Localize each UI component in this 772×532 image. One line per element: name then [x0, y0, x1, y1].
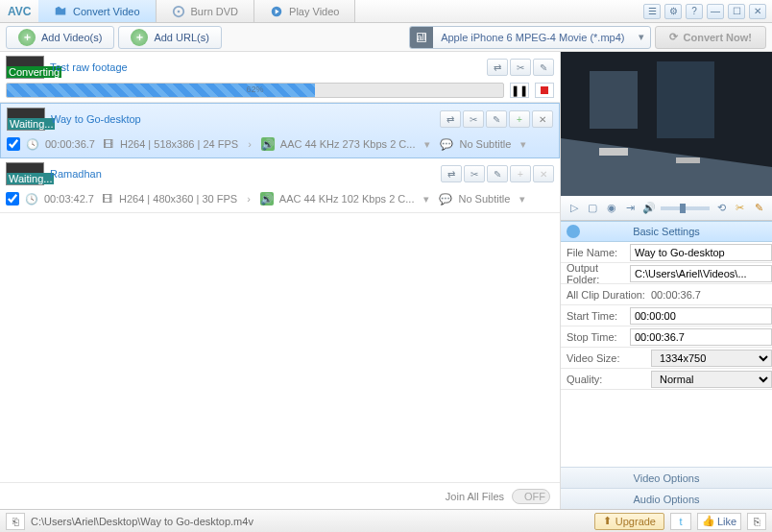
refresh-icon: ⟳: [669, 31, 678, 43]
audio-options-toggle[interactable]: Audio Options: [561, 488, 772, 509]
chevron-down-icon[interactable]: ▾: [420, 193, 433, 206]
file-item[interactable]: Waiting... Ramadhan ⇄ ✂ ✎ + ✕ 🕓 00:03:42…: [0, 158, 560, 213]
remove-icon[interactable]: ✕: [533, 165, 554, 182]
stoptime-label: Stop Time:: [561, 331, 626, 343]
cut-icon[interactable]: ✂: [510, 59, 531, 76]
film-icon: 🎞: [100, 192, 113, 206]
tab-convert[interactable]: Convert Video: [38, 0, 157, 22]
tab-label: Burn DVD: [191, 6, 239, 17]
add-urls-button[interactable]: ＋ Add URL(s): [118, 26, 221, 49]
pause-button[interactable]: ❚❚: [510, 83, 529, 98]
video-preview[interactable]: [561, 52, 772, 196]
menu-icon[interactable]: ☰: [643, 4, 661, 19]
stoptime-input[interactable]: [630, 328, 772, 346]
item-checkbox[interactable]: [6, 192, 19, 206]
join-files-row: Join All Files OFF: [0, 482, 560, 509]
item-checkbox[interactable]: [7, 137, 20, 151]
add-icon[interactable]: +: [509, 110, 530, 128]
close-icon[interactable]: ✕: [749, 4, 766, 19]
rotate-icon[interactable]: ⟲: [713, 200, 729, 217]
output-profile-select[interactable]: all Apple iPhone 6 MPEG-4 Movie (*.mp4) …: [409, 26, 650, 49]
duration-value: 00:00:36.7: [647, 289, 772, 301]
quality-select[interactable]: Normal: [651, 371, 772, 388]
wand-icon[interactable]: ✎: [487, 165, 508, 182]
item-title[interactable]: Ramadhan: [50, 168, 435, 180]
stop-button[interactable]: [535, 83, 554, 98]
swap-icon[interactable]: ⇄: [440, 110, 461, 128]
volume-slider[interactable]: [661, 206, 711, 210]
video-info: H264 | 518x386 | 24 FPS: [120, 138, 238, 150]
button-label: Convert Now!: [684, 32, 753, 43]
cut-icon[interactable]: ✂: [463, 110, 484, 128]
file-item[interactable]: Waiting... Way to Go-desktop ⇄ ✂ ✎ + ✕ 🕓…: [0, 103, 560, 158]
videosize-label: Video Size:: [561, 352, 647, 364]
outputfolder-input[interactable]: [630, 265, 772, 282]
prev-button[interactable]: ⎗: [6, 513, 25, 530]
chevron-down-icon[interactable]: ▾: [516, 193, 529, 206]
videosize-select[interactable]: 1334x750: [651, 350, 772, 367]
chevron-right-icon[interactable]: ›: [244, 138, 255, 150]
starttime-input[interactable]: [630, 307, 772, 325]
svg-text:all: all: [417, 31, 426, 41]
play-icon[interactable]: ▷: [567, 200, 582, 217]
add-videos-button[interactable]: ＋ Add Video(s): [6, 26, 114, 49]
add-icon[interactable]: +: [510, 165, 531, 182]
item-title[interactable]: Way to Go-desktop: [51, 113, 434, 125]
file-item[interactable]: Converting Test raw footage ⇄ ✂ ✎ 62% ❚❚: [0, 52, 560, 103]
twitter-button[interactable]: t: [670, 513, 691, 530]
filename-input[interactable]: [630, 244, 772, 261]
profile-label: Apple iPhone 6 MPEG-4 Movie (*.mp4): [433, 32, 632, 43]
toolbar: ＋ Add Video(s) ＋ Add URL(s) all Apple iP…: [0, 23, 772, 52]
tab-burn[interactable]: Burn DVD: [157, 0, 255, 22]
next-button[interactable]: ⎘: [747, 513, 766, 530]
join-toggle[interactable]: OFF: [512, 489, 550, 504]
upgrade-button[interactable]: ⬆ Upgrade: [594, 513, 664, 530]
video-info: H264 | 480x360 | 30 FPS: [119, 193, 237, 205]
gear-icon[interactable]: ⚙: [664, 4, 682, 19]
maximize-icon[interactable]: ☐: [728, 4, 745, 19]
video-options-toggle[interactable]: Video Options: [561, 467, 772, 488]
svg-point-1: [177, 10, 180, 12]
disc-icon: [172, 5, 185, 18]
cut-icon[interactable]: ✂: [464, 165, 485, 182]
wand-icon[interactable]: ✎: [533, 59, 554, 76]
remove-icon[interactable]: ✕: [532, 110, 553, 128]
in-icon[interactable]: ⇥: [623, 200, 639, 217]
chevron-right-icon[interactable]: ›: [243, 193, 254, 205]
preview-controls: ▷ ▢ ◉ ⇥ 🔊 ⟲ ✂ ✎: [561, 196, 772, 221]
add-video-icon: ＋: [18, 29, 36, 46]
like-button[interactable]: 👍Like: [697, 513, 741, 530]
add-url-icon: ＋: [131, 29, 148, 46]
tab-label: Play Video: [289, 6, 339, 17]
progress-percent: 62%: [246, 85, 263, 94]
statusbar: ⎗ C:\Users\Ariel\Desktop\Way to Go-deskt…: [0, 509, 772, 532]
swap-icon[interactable]: ⇄: [441, 165, 462, 182]
profile-icon: all: [410, 26, 433, 49]
chevron-down-icon[interactable]: ▾: [517, 138, 530, 151]
file-list: Converting Test raw footage ⇄ ✂ ✎ 62% ❚❚: [0, 52, 560, 482]
minimize-icon[interactable]: —: [707, 4, 724, 19]
help-icon[interactable]: ?: [686, 4, 703, 19]
tab-play[interactable]: Play Video: [254, 0, 355, 22]
snapshot-icon[interactable]: ◉: [604, 200, 619, 217]
clock-icon: 🕓: [26, 137, 39, 151]
cut-icon[interactable]: ✂: [733, 200, 748, 217]
duration: 00:03:42.7: [44, 193, 94, 205]
item-title[interactable]: Test raw footage: [50, 61, 481, 73]
volume-icon[interactable]: 🔊: [641, 200, 657, 217]
stop-icon[interactable]: ▢: [586, 200, 601, 217]
thumbnail: Waiting...: [6, 162, 44, 185]
thumbnail: Waiting...: [7, 108, 45, 131]
thumb-icon: 👍: [702, 515, 715, 527]
outputfolder-label: Output Folder:: [561, 262, 626, 285]
swap-icon[interactable]: ⇄: [487, 59, 508, 76]
settings-panel: File Name: Output Folder: All Clip Durat…: [561, 242, 772, 467]
duration-label: All Clip Duration:: [561, 289, 647, 301]
effects-icon[interactable]: ✎: [751, 200, 766, 217]
speaker-icon: 🔊: [260, 192, 274, 206]
chevron-down-icon[interactable]: ▾: [421, 138, 434, 151]
convert-now-button[interactable]: ⟳ Convert Now!: [655, 26, 767, 49]
wand-icon[interactable]: ✎: [486, 110, 507, 128]
basic-settings-header[interactable]: Basic Settings: [561, 221, 772, 242]
svg-rect-7: [657, 61, 714, 138]
